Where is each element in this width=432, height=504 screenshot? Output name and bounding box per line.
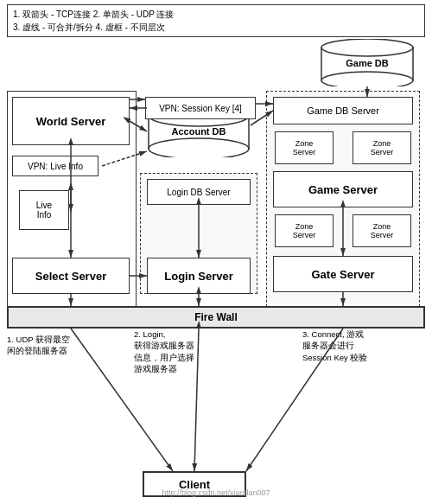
login-db-server: Login DB Server [147,179,251,205]
note-1: 1. UDP 获得最空 闲的登陆服务器 [7,334,119,357]
game-db-label: Game DB [346,58,389,68]
vpn-live-info: VPN: Live Info [12,156,98,176]
game-server-box: Game Server [273,171,413,207]
login-server: Login Server [147,258,251,294]
vpn-session-key: VPN: Session Key [4] [145,97,256,119]
gate-server: Gate Server [273,256,413,292]
legend: 1. 双箭头 - TCP连接 2. 单箭头 - UDP 连接 3. 虚线 - 可… [7,4,425,37]
zone-server-2: Zone Server [353,131,411,164]
world-server: World Server [12,97,130,145]
firewall: Fire Wall [7,306,425,329]
game-db-server: Game DB Server [273,97,413,124]
select-server: Select Server [12,258,130,294]
svg-point-1 [321,39,413,56]
watermark: http://blog.csdn.net/xiaodan007 [162,488,270,497]
zone-server-1: Zone Server [275,131,334,164]
game-db: Game DB [320,39,415,86]
legend-line2: 3. 虚线 - 可合并/拆分 4. 虚框 - 不同层次 [13,22,165,32]
svg-point-5 [149,138,249,157]
diagram-container: 1. 双箭头 - TCP连接 2. 单箭头 - UDP 连接 3. 虚线 - 可… [0,0,432,504]
note-2: 2. Login, 获得游戏服务器 信息，用户选择 游戏服务器 [134,329,259,374]
note-3: 3. Connect, 游戏 服务器会进行 Session Key 校验 [302,329,422,363]
svg-point-2 [321,72,413,86]
live-info-box: Live Info [19,190,69,230]
zone-server-4: Zone Server [353,214,411,247]
zone-server-3: Zone Server [275,214,334,247]
legend-line1: 1. 双箭头 - TCP连接 2. 单箭头 - UDP 连接 [13,10,175,19]
account-db-label: Account DB [172,126,226,137]
